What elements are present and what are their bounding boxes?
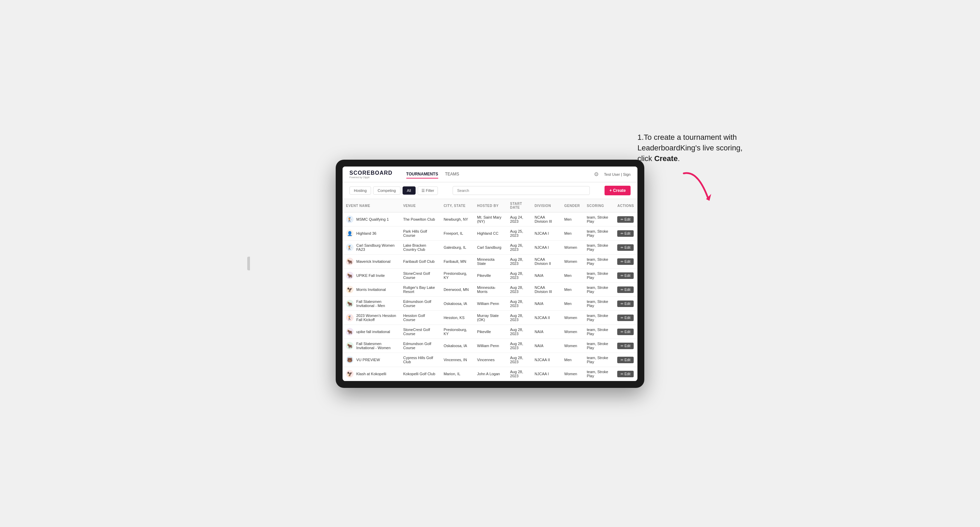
gender-cell: Women bbox=[561, 255, 584, 269]
start-date-cell: Aug 28, 2023 bbox=[507, 311, 531, 325]
event-name-cell: 🦅 Klash at Kokopelli bbox=[342, 367, 400, 381]
table-container: EVENT NAME VENUE CITY, STATE HOSTED BY S… bbox=[342, 199, 638, 381]
event-icon: 🐻 bbox=[346, 356, 353, 364]
gear-icon[interactable]: ⚙ bbox=[594, 171, 601, 178]
division-cell: NAIA bbox=[531, 297, 561, 311]
col-scoring: SCORING bbox=[583, 199, 614, 213]
city-state-cell: Faribault, MN bbox=[440, 255, 474, 269]
start-date-cell: Aug 28, 2023 bbox=[507, 339, 531, 353]
table-row: 👤 Highland 36 Park Hills Golf Course Fre… bbox=[342, 227, 638, 241]
division-cell: NAIA bbox=[531, 269, 561, 283]
scoring-cell: team, Stroke Play bbox=[583, 283, 614, 297]
table-row: 🦅 Klash at Kokopelli Kokopelli Golf Club… bbox=[342, 367, 638, 381]
edit-button[interactable]: ✏ Edit bbox=[617, 343, 634, 349]
city-state-cell: Oskaloosa, IA bbox=[440, 297, 474, 311]
col-hosted-by: HOSTED BY bbox=[474, 199, 506, 213]
gender-cell: Men bbox=[561, 227, 584, 241]
create-button[interactable]: + Create bbox=[605, 186, 631, 195]
hosting-filter-button[interactable]: Hosting bbox=[349, 186, 371, 195]
nav-tabs: TOURNAMENTS TEAMS bbox=[406, 170, 459, 179]
table-row: 🏌 2023 Women's Hesston Fall Kickoff Hess… bbox=[342, 311, 638, 325]
division-cell: NJCAA I bbox=[531, 227, 561, 241]
scoring-cell: team, Stroke Play bbox=[583, 213, 614, 227]
start-date-cell: Aug 28, 2023 bbox=[507, 255, 531, 269]
division-cell: NCAA Division III bbox=[531, 213, 561, 227]
start-date-cell: Aug 28, 2023 bbox=[507, 297, 531, 311]
competing-filter-button[interactable]: Competing bbox=[373, 186, 400, 195]
all-filter-button[interactable]: All bbox=[402, 186, 415, 195]
scoring-cell: team, Stroke Play bbox=[583, 339, 614, 353]
event-name: UPIKE Fall Invite bbox=[356, 273, 385, 278]
event-name-cell: 🐂 Maverick Invitational bbox=[342, 255, 400, 269]
hosted-by-cell: Pikeville bbox=[474, 269, 506, 283]
division-cell: NJCAA I bbox=[531, 367, 561, 381]
start-date-cell: Aug 28, 2023 bbox=[507, 283, 531, 297]
city-state-cell: Prestonsburg, KY bbox=[440, 269, 474, 283]
event-name-cell: 🐻 VU PREVIEW bbox=[342, 353, 400, 367]
edit-button[interactable]: ✏ Edit bbox=[617, 357, 634, 363]
hosted-by-cell: Minnesota State bbox=[474, 255, 506, 269]
start-date-cell: Aug 24, 2023 bbox=[507, 213, 531, 227]
toolbar: Hosting Competing All ☰ Filter + Create bbox=[342, 182, 638, 199]
edit-button[interactable]: ✏ Edit bbox=[617, 216, 634, 223]
event-icon: 🏌 bbox=[346, 244, 353, 251]
col-division: DIVISION bbox=[531, 199, 561, 213]
event-name: Klash at Kokopelli bbox=[356, 372, 386, 376]
col-actions: ACTIONS bbox=[614, 199, 638, 213]
actions-cell: ✏ Edit bbox=[614, 367, 638, 381]
city-state-cell: Marion, IL bbox=[440, 367, 474, 381]
nav-tab-tournaments[interactable]: TOURNAMENTS bbox=[406, 170, 438, 179]
user-text: Test User | Sign bbox=[604, 172, 631, 176]
gender-cell: Women bbox=[561, 367, 584, 381]
event-icon: 🐂 bbox=[346, 300, 353, 307]
venue-cell: Hesston Golf Course bbox=[400, 311, 440, 325]
edit-button[interactable]: ✏ Edit bbox=[617, 371, 634, 377]
edit-button[interactable]: ✏ Edit bbox=[617, 230, 634, 237]
division-cell: NAIA bbox=[531, 325, 561, 339]
gender-cell: Men bbox=[561, 353, 584, 367]
gender-cell: Women bbox=[561, 325, 584, 339]
col-city-state: CITY, STATE bbox=[440, 199, 474, 213]
city-state-cell: Vincennes, IN bbox=[440, 353, 474, 367]
table-row: 🐻 VU PREVIEW Cypress Hills Golf Club Vin… bbox=[342, 353, 638, 367]
hosted-by-cell: Carl Sandburg bbox=[474, 241, 506, 255]
table-row: 🏌 MSMC Qualifying 1 The Powelton Club Ne… bbox=[342, 213, 638, 227]
edit-button[interactable]: ✏ Edit bbox=[617, 329, 634, 335]
edit-button[interactable]: ✏ Edit bbox=[617, 272, 634, 279]
event-icon: 🏌 bbox=[346, 314, 353, 321]
nav-tab-teams[interactable]: TEAMS bbox=[445, 170, 459, 179]
event-name-cell: 👤 Highland 36 bbox=[342, 227, 400, 241]
venue-cell: StoneCrest Golf Course bbox=[400, 325, 440, 339]
edit-button[interactable]: ✏ Edit bbox=[617, 286, 634, 293]
venue-cell: Ruttger's Bay Lake Resort bbox=[400, 283, 440, 297]
edit-button[interactable]: ✏ Edit bbox=[617, 314, 634, 321]
header-right: ⚙ Test User | Sign bbox=[594, 171, 631, 178]
hosted-by-cell: Mt. Saint Mary (NY) bbox=[474, 213, 506, 227]
event-icon: 🐂 bbox=[346, 342, 353, 349]
city-state-cell: Galesburg, IL bbox=[440, 241, 474, 255]
division-cell: NJCAA II bbox=[531, 311, 561, 325]
hosted-by-cell: Highland CC bbox=[474, 227, 506, 241]
tablet-device: SCOREBOARD Powered by Clippit TOURNAMENT… bbox=[336, 160, 644, 388]
search-input[interactable] bbox=[453, 186, 590, 195]
gender-cell: Women bbox=[561, 311, 584, 325]
annotation-text: 1.To create a tournament with Leaderboar… bbox=[638, 132, 747, 164]
venue-cell: Faribault Golf Club bbox=[400, 255, 440, 269]
col-gender: GENDER bbox=[561, 199, 584, 213]
edit-button[interactable]: ✏ Edit bbox=[617, 300, 634, 307]
event-name: Highland 36 bbox=[356, 231, 377, 235]
edit-button[interactable]: ✏ Edit bbox=[617, 258, 634, 265]
tournaments-table: EVENT NAME VENUE CITY, STATE HOSTED BY S… bbox=[342, 199, 638, 381]
filter-icon-button[interactable]: ☰ Filter bbox=[418, 186, 438, 195]
scoring-cell: team, Stroke Play bbox=[583, 269, 614, 283]
hosted-by-cell: Murray State (OK) bbox=[474, 311, 506, 325]
table-row: 🐂 Fall Statesmen Invitational - Women Ed… bbox=[342, 339, 638, 353]
table-row: 🐂 Fall Statesmen Invitational - Men Edmu… bbox=[342, 297, 638, 311]
actions-cell: ✏ Edit bbox=[614, 213, 638, 227]
city-state-cell: Prestonsburg, KY bbox=[440, 325, 474, 339]
start-date-cell: Aug 28, 2023 bbox=[507, 367, 531, 381]
gender-cell: Men bbox=[561, 269, 584, 283]
event-name-cell: 🏌 2023 Women's Hesston Fall Kickoff bbox=[342, 311, 400, 325]
actions-cell: ✏ Edit bbox=[614, 325, 638, 339]
edit-button[interactable]: ✏ Edit bbox=[617, 244, 634, 251]
